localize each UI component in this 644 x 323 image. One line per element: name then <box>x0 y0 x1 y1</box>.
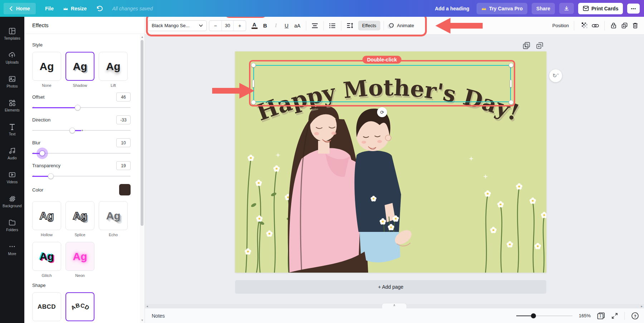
selection-handle-top-left[interactable] <box>251 63 256 68</box>
add-page-icon[interactable] <box>536 42 543 49</box>
shape-option-none[interactable]: ABCD None <box>32 292 61 323</box>
print-cards-button[interactable]: Print Cards <box>578 3 623 14</box>
text-case-button[interactable]: aA <box>293 20 302 31</box>
text-color-button[interactable]: A <box>250 20 259 31</box>
italic-button[interactable]: I <box>271 20 280 31</box>
add-heading-label[interactable]: Add a heading <box>435 6 469 11</box>
sidebar-item-uploads[interactable]: Uploads <box>0 46 24 70</box>
font-size-stepper: − 30 + <box>209 20 246 31</box>
background-icon <box>8 195 16 203</box>
shape-section-label: Shape <box>32 283 140 288</box>
selection-handle-top-right[interactable] <box>509 63 513 68</box>
text-selection-box[interactable] <box>253 65 511 102</box>
sidebar-item-elements[interactable]: Elements <box>0 94 24 118</box>
list-button[interactable] <box>328 20 337 31</box>
font-size-decrease[interactable]: − <box>209 23 221 29</box>
notes-collapse-tab[interactable]: ∧ <box>382 303 407 308</box>
sidebar-item-videos[interactable]: Videos <box>0 165 24 189</box>
more-options-button[interactable]: ••• <box>627 4 640 14</box>
panel-title: Effects <box>24 17 145 34</box>
sidebar-item-background[interactable]: Background <box>0 189 24 213</box>
style-shuffle-fab[interactable]: ↻+ <box>549 69 562 82</box>
font-family-dropdown[interactable]: Black Mango Se... <box>148 20 207 31</box>
style-option-shadow[interactable]: Ag Shadow <box>65 52 94 88</box>
direction-value[interactable]: -33 <box>116 115 131 124</box>
animate-icon <box>387 23 394 29</box>
expand-icon <box>611 313 618 319</box>
bold-button[interactable]: B <box>260 20 270 31</box>
zoom-level[interactable]: 165% <box>579 313 591 318</box>
selection-handle-right[interactable] <box>510 80 512 88</box>
double-click-callout: Double-click <box>362 56 401 64</box>
delete-button[interactable] <box>630 20 640 31</box>
share-button[interactable]: Share <box>532 3 555 14</box>
style-option-neon[interactable]: Ag Neon <box>65 242 94 278</box>
style-option-splice[interactable]: Ag Splice <box>65 201 94 237</box>
position-button[interactable]: Position <box>552 23 569 28</box>
selection-handle-bottom-right[interactable] <box>509 100 513 105</box>
fullscreen-button[interactable] <box>611 313 618 319</box>
transparency-slider[interactable] <box>32 173 131 179</box>
underline-button[interactable]: U <box>282 20 291 31</box>
link-button[interactable] <box>591 20 600 31</box>
animate-button[interactable]: Animate <box>387 23 414 29</box>
scroll-down-icon[interactable]: ▼ <box>140 319 145 322</box>
sidebar-item-more[interactable]: More <box>0 237 24 261</box>
notes-button[interactable]: Notes <box>152 313 165 319</box>
scroll-left-icon[interactable]: ◂ <box>146 304 148 308</box>
font-size-increase[interactable]: + <box>234 23 246 29</box>
download-button[interactable] <box>559 3 574 14</box>
lock-button[interactable] <box>609 20 618 31</box>
sidebar-item-folders[interactable]: Folders <box>0 213 24 237</box>
sidebar-item-photos[interactable]: Photos <box>0 70 24 94</box>
file-menu[interactable]: File <box>45 6 54 11</box>
sidebar-item-text[interactable]: Text <box>0 118 24 141</box>
add-page-button[interactable]: + Add page <box>235 280 546 294</box>
home-button[interactable]: Home <box>4 3 36 14</box>
style-option-echo[interactable]: Ag Echo <box>99 201 128 237</box>
scroll-right-icon[interactable]: ▸ <box>641 304 643 308</box>
undo-icon <box>96 5 103 11</box>
resize-menu[interactable]: Resize <box>63 6 87 11</box>
panel-scrollbar[interactable]: ▲ ▼ <box>140 34 145 323</box>
style-option-none[interactable]: Ag None <box>32 52 61 88</box>
sidebar-item-audio[interactable]: Audio <box>0 141 24 165</box>
zoom-slider[interactable] <box>516 313 572 318</box>
effects-panel: Effects Style Ag None Ag Shadow Ag Lift … <box>24 17 145 323</box>
shape-option-curve[interactable]: ABCD Curve <box>65 292 94 323</box>
offset-label: Offset <box>32 94 44 100</box>
style-option-hollow[interactable]: Ag Hollow <box>32 201 61 237</box>
offset-slider[interactable] <box>32 104 131 111</box>
alignment-button[interactable] <box>310 20 319 31</box>
offset-value[interactable]: 46 <box>116 93 131 101</box>
style-option-lift[interactable]: Ag Lift <box>99 52 128 88</box>
ellipsis-icon: ••• <box>631 6 636 11</box>
direction-slider[interactable] <box>32 127 131 134</box>
blur-value[interactable]: 10 <box>116 138 131 147</box>
font-size-value[interactable]: 30 <box>221 20 234 31</box>
sidebar-item-templates[interactable]: Templates <box>0 22 24 46</box>
style-option-glitch[interactable]: Ag Glitch <box>32 242 61 278</box>
selection-handle-bottom-left[interactable] <box>251 100 256 105</box>
transparency-label: Transparency <box>32 163 60 168</box>
blur-slider[interactable] <box>32 150 131 156</box>
toolbar-arrow-annotation <box>435 17 483 34</box>
download-icon <box>564 6 569 11</box>
transparency-button[interactable] <box>580 20 589 31</box>
svg-text:ABCD: ABCD <box>70 302 90 311</box>
spacing-button[interactable] <box>345 20 355 31</box>
color-label: Color <box>32 187 43 193</box>
scroll-up-icon[interactable]: ▲ <box>140 35 145 39</box>
transparency-value[interactable]: 19 <box>116 161 131 170</box>
rotate-handle[interactable]: ⟳ <box>377 107 387 117</box>
duplicate-button[interactable] <box>620 20 629 31</box>
undo-button[interactable] <box>96 5 103 11</box>
shadow-color-swatch[interactable] <box>119 184 131 195</box>
page-indicator[interactable]: 1 <box>597 312 605 319</box>
try-canva-pro-button[interactable]: Try Canva Pro <box>477 3 527 14</box>
folder-icon <box>8 219 16 227</box>
help-button[interactable]: ? <box>631 312 639 320</box>
duplicate-page-icon[interactable] <box>523 42 530 49</box>
effects-button[interactable]: Effects <box>358 21 380 30</box>
page-actions <box>523 42 543 49</box>
